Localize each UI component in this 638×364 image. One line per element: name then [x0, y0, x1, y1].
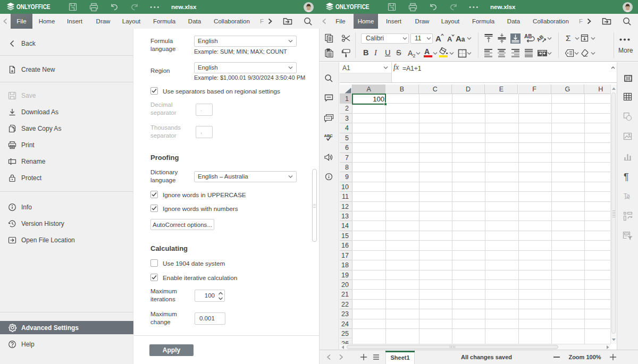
svg-text:AB: AB: [524, 33, 532, 39]
svg-text:ABC: ABC: [324, 133, 333, 138]
